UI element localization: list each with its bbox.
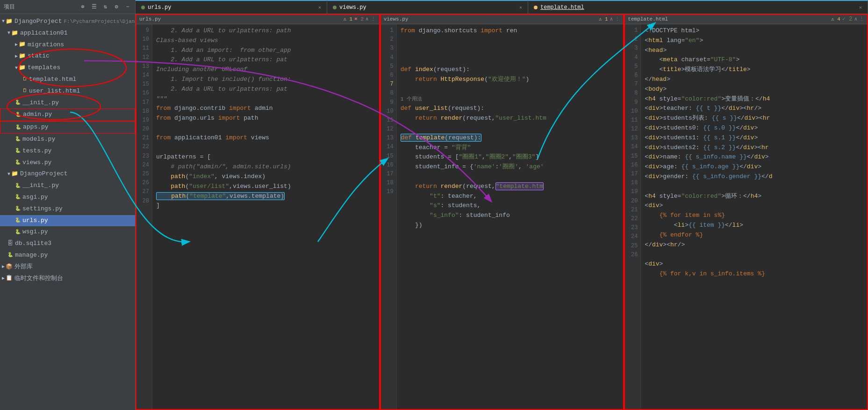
views-editor-header: views.py ⚠ 1 ∧ ⋮	[380, 14, 624, 24]
html-dot-icon	[534, 6, 538, 9]
tab-template[interactable]: template.html ✕	[528, 0, 868, 14]
sidebar-item-static[interactable]: ▶ 📁 static	[0, 50, 135, 62]
folder-label: migrations	[28, 40, 64, 50]
folder-label: DjangoProject	[20, 169, 67, 179]
file-label: wsgi.py	[22, 227, 48, 237]
tab-label: views.py	[339, 4, 366, 11]
sidebar-item-init-py[interactable]: 🐍 __init_.py	[0, 97, 135, 109]
warning-badge: ⚠ 4	[831, 16, 840, 22]
urls-editor-header: urls.py ⚠ 1 ✖ 2 ∧ ⋮	[136, 14, 380, 24]
sidebar-item-wsgi-py[interactable]: 🐍 wsgi.py	[0, 226, 135, 238]
urls-editor: urls.py ⚠ 1 ✖ 2 ∧ ⋮ 9 10 11 12 13 14 15	[136, 14, 380, 410]
warning-badge: ⚠ 1	[343, 16, 352, 22]
menu-icon[interactable]: ⋮	[859, 16, 864, 22]
layout-icon[interactable]: ☰	[90, 3, 98, 11]
warning-badge: ⚠ 1	[599, 16, 608, 22]
sidebar-item-views-py[interactable]: 🐍 views.py	[0, 157, 135, 169]
project-path: F:\PycharmProjects\Djang	[64, 18, 135, 26]
split-icon[interactable]: ⇅	[101, 3, 109, 11]
tab-bar: urls.py ✕ views.py ✕ template.html ✕	[136, 0, 868, 14]
sidebar-item-template-html[interactable]: 🗒 template.html	[0, 74, 135, 86]
file-tree: ▼ 📁 DjangoProject F:\PycharmProjects\Dja…	[0, 14, 135, 410]
settings-icon[interactable]: ⚙	[113, 3, 120, 11]
project-name: DjangoProject	[14, 17, 62, 27]
sidebar-item-manage-py[interactable]: 🐍 manage.py	[0, 250, 135, 261]
urls-code-body[interactable]: 9 10 11 12 13 14 15 16 17 18 19 20 21 22…	[136, 24, 380, 410]
template-editor: template.html ⚠ 4 ✓ 2 ∧ ⋮ 1 2 3 4 5 6 7	[624, 14, 868, 410]
views-code-body[interactable]: 1 2 3 4 5 6 7 8 9 10 11 12 13 14 15 16 1	[380, 24, 624, 410]
sidebar-item-apps-py[interactable]: 🐍 apps.py	[0, 121, 135, 134]
menu-icon[interactable]: ⋮	[615, 16, 620, 22]
sidebar-item-templates[interactable]: ▼ 📁 templates	[0, 62, 135, 74]
editors-container: urls.py ⚠ 1 ✖ 2 ∧ ⋮ 9 10 11 12 13 14 15	[136, 14, 868, 410]
template-code-content: <!DOCTYPE html> <html lang="en"> <head> …	[641, 24, 868, 410]
folder-label: static	[28, 51, 50, 61]
error-badge: ✖ 2	[354, 16, 364, 22]
tab-close-button[interactable]: ✕	[519, 5, 522, 10]
sidebar-item-application01[interactable]: ▼ 📁 application01	[0, 28, 135, 39]
py-dot-icon	[141, 6, 145, 9]
sidebar-item-tests-py[interactable]: 🐍 tests.py	[0, 145, 135, 157]
add-icon[interactable]: ⊕	[79, 3, 86, 11]
file-label: template.html	[29, 75, 76, 85]
file-label: views.py	[22, 158, 51, 168]
tab-close-button[interactable]: ✕	[318, 5, 321, 10]
file-label: settings.py	[22, 204, 63, 214]
file-label: admin.py	[23, 110, 52, 120]
project-label: 项目	[4, 3, 15, 11]
urls-code-content: 2. Add a URL to urlpatterns: path Class-…	[152, 24, 380, 410]
template-editor-header: template.html ⚠ 4 ✓ 2 ∧ ⋮	[624, 14, 868, 24]
file-label: urls.py	[22, 216, 48, 226]
editor-area: urls.py ✕ views.py ✕ template.html ✕	[136, 0, 868, 410]
tab-close-button[interactable]: ✕	[859, 5, 862, 10]
section-label: 临时文件和控制台	[14, 274, 63, 284]
sidebar-item-djangoproject2[interactable]: ▼ 📁 DjangoProject	[0, 168, 135, 180]
file-label: manage.py	[15, 251, 48, 260]
file-label: tests.py	[22, 146, 51, 156]
template-line-numbers: 1 2 3 4 5 6 7 8 9 10 11 12 13 14 15 16 1	[624, 24, 641, 410]
template-code-body[interactable]: 1 2 3 4 5 6 7 8 9 10 11 12 13 14 15 16 1	[624, 24, 868, 410]
scroll-up-icon[interactable]: ∧	[366, 16, 369, 22]
sidebar-item-urls-py[interactable]: 🐍 urls.py	[0, 215, 135, 227]
views-editor: views.py ⚠ 1 ∧ ⋮ 1 2 3 4 5 6 7 8	[380, 14, 624, 410]
minus-icon[interactable]: −	[124, 3, 131, 11]
menu-icon[interactable]: ⋮	[371, 16, 376, 22]
sidebar-item-settings-py[interactable]: 🐍 settings.py	[0, 203, 135, 215]
sidebar: 项目 ⊕ ☰ ⇅ ⚙ − ▼ 📁 DjangoProject F:\Pychar…	[0, 0, 136, 410]
breadcrumb: template.html	[628, 16, 668, 22]
tab-urls[interactable]: urls.py ✕	[136, 0, 327, 14]
file-label: apps.py	[23, 122, 49, 132]
sidebar-item-migrations[interactable]: ▶ 📁 migrations	[0, 39, 135, 51]
sidebar-item-asgi-py[interactable]: 🐍 asgi.py	[0, 192, 135, 203]
folder-label: templates	[28, 63, 60, 73]
views-line-numbers: 1 2 3 4 5 6 7 8 9 10 11 12 13 14 15 16 1	[380, 24, 397, 410]
section-label: 外部库	[14, 262, 33, 272]
file-label: __init_.py	[22, 181, 59, 191]
urls-line-numbers: 9 10 11 12 13 14 15 16 17 18 19 20 21 22…	[136, 24, 152, 410]
file-label: db.sqlite3	[15, 239, 51, 249]
check-badge: ✓ 2	[842, 15, 853, 22]
tab-label: template.html	[540, 4, 584, 11]
sidebar-item-init2-py[interactable]: 🐍 __init_.py	[0, 180, 135, 192]
py-dot-icon	[333, 6, 337, 9]
sidebar-item-user-list-html[interactable]: 🗒 user_list.html	[0, 86, 135, 97]
breadcrumb: views.py	[384, 16, 409, 22]
sidebar-item-admin-py[interactable]: 🐍 admin.py	[0, 108, 135, 121]
views-code-content: from django.shortcuts import ren def ind…	[397, 24, 624, 410]
sidebar-item-ext-libs[interactable]: ▶ 📦 外部库	[0, 261, 135, 273]
project-root[interactable]: ▼ 📁 DjangoProject F:\PycharmProjects\Dja…	[0, 16, 135, 28]
breadcrumb: urls.py	[139, 16, 161, 22]
sidebar-toolbar: 项目 ⊕ ☰ ⇅ ⚙ −	[0, 0, 135, 14]
file-label: asgi.py	[22, 193, 48, 202]
file-label: user_list.html	[29, 86, 80, 96]
tab-views[interactable]: views.py ✕	[327, 0, 528, 14]
sidebar-item-db[interactable]: 🗄 db.sqlite3	[0, 238, 135, 250]
error-badge: ∧	[610, 16, 613, 22]
scroll-up-icon[interactable]: ∧	[854, 16, 857, 22]
sidebar-item-models-py[interactable]: 🐍 models.py	[0, 134, 135, 145]
sidebar-item-temp-files[interactable]: ▶ 📋 临时文件和控制台	[0, 273, 135, 285]
file-label: __init_.py	[22, 98, 59, 108]
tab-label: urls.py	[148, 4, 171, 11]
folder-label: application01	[20, 29, 67, 38]
file-label: models.py	[22, 135, 55, 144]
